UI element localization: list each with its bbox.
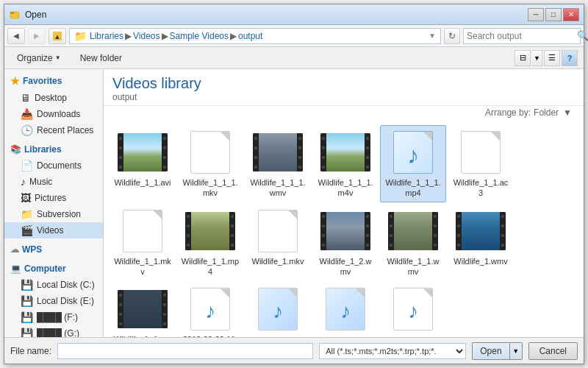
sidebar-item-f[interactable]: 💾 ████ (F:) [4,309,103,325]
back-button[interactable]: ◀ [7,28,25,44]
file-item-13[interactable]: ♪ 2018-09-28 11.17.10.mp4 [177,282,243,337]
file-name-9: Wildlife_1_2.wmv [316,256,375,277]
favorites-section: ★ Favorites 🖥 Desktop 📥 Downloads 🕒 Rece… [4,72,103,138]
sidebar-item-videos[interactable]: 🎬 Videos [4,222,103,238]
cancel-button[interactable]: Cancel [528,342,578,360]
organize-arrow: ▼ [55,54,61,61]
file-item-6[interactable]: Wildlife_1_1.mkv [110,204,176,281]
file-header: Videos library output [104,69,584,106]
file-item-15[interactable]: ♪ [312,282,379,337]
filename-input[interactable] [57,343,313,359]
sidebar-item-c[interactable]: 💾 Local Disk (C:) [4,277,103,293]
sidebar-item-pictures[interactable]: 🖼 Pictures [4,190,103,206]
details-view-button[interactable]: ☰ [544,50,560,66]
recent-icon: 🕒 [21,124,33,136]
up-button[interactable]: ▲ [49,28,66,44]
file-item-3[interactable]: Wildlife_1_1_1.m4v [312,125,379,202]
open-button[interactable]: Open [472,342,509,360]
open-arrow-button[interactable]: ▼ [509,342,523,360]
file-item-4[interactable]: ♪ Wildlife_1_1_1.mp4 [380,125,446,202]
address-bar: ◀ ▶ ▲ 📁 Libraries ▶ Videos ▶ Sample Vide… [4,25,584,47]
sidebar-recent-label: Recent Places [37,125,93,135]
favorites-header[interactable]: ★ Favorites [4,72,103,90]
file-thumb-2 [252,130,304,174]
sidebar-item-g[interactable]: 💾 ████ (G:) [4,325,103,337]
filetype-select[interactable]: All (*.ts;*.mts;*.m2ts;*.trp;*.tp;*. [319,343,466,359]
computer-label: Computer [24,263,66,274]
file-thumb-15: ♪ [320,287,371,331]
file-thumb-11 [455,209,506,253]
library-title: Videos library [112,75,575,92]
file-item-12[interactable]: Wildlife_1_1.mp4 [110,282,176,337]
sidebar-item-e[interactable]: 💾 Local Disk (E:) [4,293,103,309]
file-item-14[interactable]: ♪ [245,282,311,337]
view-controls: ⊟ ▼ ☰ ? [514,50,578,66]
file-item-1[interactable]: Wildlife_1_1_1.mkv [177,125,243,202]
file-item-10[interactable]: Wildlife_1_1.wmv [380,204,446,281]
arrange-label: Arrange by: [485,107,531,118]
refresh-button[interactable]: ↻ [444,28,460,44]
videos-icon: 🎬 [21,224,33,236]
file-item-5[interactable]: Wildlife_1_1.ac3 [448,125,514,202]
arrange-button[interactable]: Folder ▼ [534,107,575,118]
file-thumb-3 [320,130,371,174]
view-button-1[interactable]: ⊟ [514,50,531,66]
file-thumb-8 [252,209,304,253]
organize-button[interactable]: Organize ▼ [10,50,68,66]
file-thumb-0 [117,130,168,174]
file-name-8: Wildlife_1.mkv [252,256,304,266]
search-input[interactable] [467,31,577,41]
sidebar-item-subversion[interactable]: 📁 Subversion [4,206,103,222]
file-name-0: Wildlife_1_1.avi [114,177,171,188]
file-item-8[interactable]: Wildlife_1.mkv [245,204,311,281]
view-dropdown[interactable]: ▼ [532,50,542,66]
path-libraries[interactable]: Libraries [90,31,123,41]
sidebar-item-recent[interactable]: 🕒 Recent Places [4,122,103,138]
forward-button[interactable]: ▶ [28,28,46,44]
documents-icon: 📄 [21,160,33,171]
desktop-icon: 🖥 [21,92,31,104]
wps-label: WPS [22,244,42,255]
sidebar-f-label: ████ (F:) [37,312,78,322]
file-item-16[interactable]: ♪ [380,282,446,337]
file-item-7[interactable]: Wildlife_1_1.mp4 [177,204,243,281]
file-name-2: Wildlife_1_1_1.wmv [248,177,307,199]
address-path[interactable]: 📁 Libraries ▶ Videos ▶ Sample Videos ▶ o… [69,28,441,44]
file-area: Videos library output Arrange by: Folder… [104,69,584,337]
libraries-header[interactable]: 📚 Libraries [4,141,103,158]
file-thumb-7 [184,209,236,253]
file-thumb-10 [387,209,439,253]
wps-header[interactable]: ☁ WPS [4,241,103,258]
filename-label: File name: [10,346,51,356]
sidebar-item-documents[interactable]: 📄 Documents [4,158,103,174]
arrange-bar: Arrange by: Folder ▼ [104,106,584,119]
computer-header[interactable]: 💻 Computer [4,261,103,277]
help-button[interactable]: ? [562,50,578,66]
minimize-button[interactable]: ─ [528,8,544,21]
file-item-0[interactable]: Wildlife_1_1.avi [110,125,176,202]
computer-icon: 💻 [10,263,21,274]
file-item-2[interactable]: Wildlife_1_1_1.wmv [245,125,311,202]
cloud-icon: ☁ [10,244,19,255]
file-item-9[interactable]: Wildlife_1_2.wmv [312,204,379,281]
close-button[interactable]: ✕ [563,8,579,21]
sidebar-item-desktop[interactable]: 🖥 Desktop [4,90,103,106]
maximize-button[interactable]: □ [545,8,562,21]
path-output[interactable]: output [238,31,262,41]
sidebar-item-downloads[interactable]: 📥 Downloads [4,106,103,122]
window-title: Open [25,10,528,20]
path-sample[interactable]: Sample Videos [170,31,229,41]
new-folder-button[interactable]: New folder [74,50,129,66]
file-name-10: Wildlife_1_1.wmv [384,256,442,277]
window-icon [9,9,21,21]
file-thumb-6 [117,209,168,253]
file-thumb-4: ♪ [387,130,439,174]
sidebar-videos-label: Videos [37,225,63,236]
path-videos[interactable]: Videos [133,31,159,41]
file-thumb-16: ♪ [387,287,439,331]
file-item-11[interactable]: Wildlife_1.wmv [448,204,514,281]
subversion-icon: 📁 [21,208,33,220]
file-name-6: Wildlife_1_1.mkv [113,256,172,277]
search-icon: 🔍 [577,30,588,41]
sidebar-item-music[interactable]: ♪ Music [4,174,103,190]
